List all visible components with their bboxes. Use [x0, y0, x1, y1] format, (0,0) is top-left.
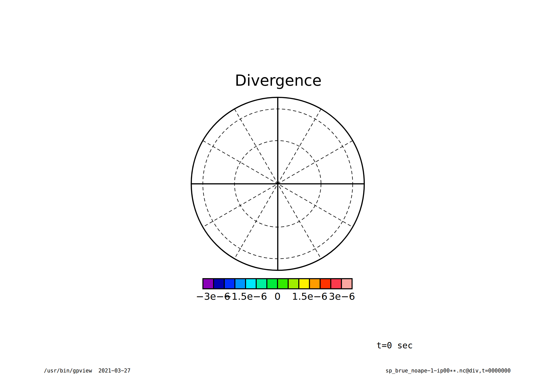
colorbar-cell — [309, 279, 320, 288]
footer-source-file: sp_brue_noape−1−ip00∗∗.nc@div,t=0000000 — [386, 368, 511, 373]
time-annotation: t=0 sec — [376, 341, 413, 350]
colorbar-cell — [330, 279, 341, 288]
colorbar-cell — [256, 279, 266, 288]
colorbar-cell — [234, 279, 245, 288]
colorbar-tick-label: 0 — [274, 292, 281, 301]
colorbar-cell — [266, 279, 277, 288]
colorbar-cell — [203, 279, 213, 288]
gpview-figure: Divergence −3e−6 −1.5e−6 0 1.5e−6 3e−6 — [0, 0, 555, 392]
colorbar-tick-label: −1.5e−6 — [223, 292, 267, 301]
colorbar — [202, 278, 353, 289]
colorbar-cell — [213, 279, 224, 288]
colorbar-tick-label: 1.5e−6 — [292, 292, 327, 301]
footer-command-line: /usr/bin/gpview 2021−03−27 — [44, 368, 130, 373]
plot-title: Divergence — [235, 73, 322, 88]
colorbar-cell — [341, 279, 352, 288]
colorbar-tick-label: 3e−6 — [329, 292, 355, 301]
colorbar-cell — [245, 279, 256, 288]
polar-map — [190, 96, 365, 271]
colorbar-cell — [320, 279, 330, 288]
colorbar-cell — [224, 279, 234, 288]
colorbar-cell — [298, 279, 309, 288]
colorbar-cell — [277, 279, 288, 288]
colorbar-cell — [288, 279, 298, 288]
